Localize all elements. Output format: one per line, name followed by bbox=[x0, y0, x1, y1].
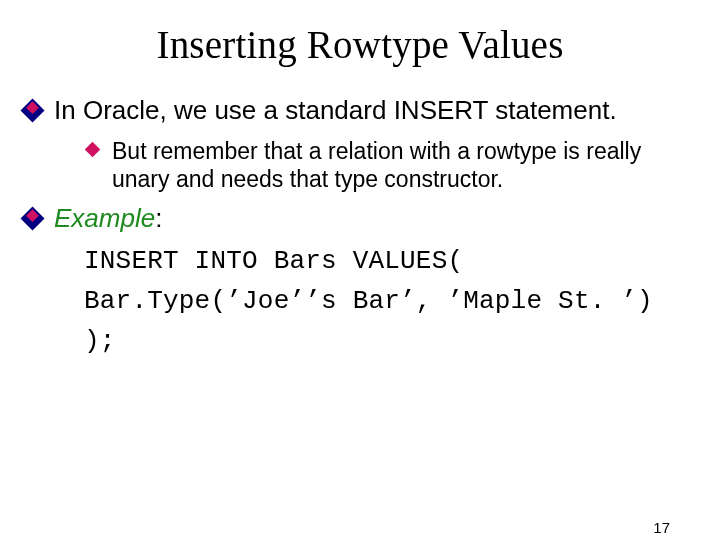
page-number: 17 bbox=[653, 519, 670, 536]
slide: Inserting Rowtype Values In Oracle, we u… bbox=[0, 22, 720, 540]
sub-bullet-list: But remember that a relation with a rowt… bbox=[84, 137, 696, 193]
diamond-bullet-icon bbox=[20, 206, 44, 230]
sub-bullet-item: But remember that a relation with a rowt… bbox=[84, 137, 696, 193]
code-block: INSERT INTO Bars VALUES( Bar.Type(’Joe’’… bbox=[84, 241, 696, 362]
small-diamond-bullet-icon bbox=[85, 141, 101, 157]
bullet-list: In Oracle, we use a standard INSERT stat… bbox=[24, 95, 696, 361]
bullet-item-1: In Oracle, we use a standard INSERT stat… bbox=[24, 95, 696, 193]
slide-body: In Oracle, we use a standard INSERT stat… bbox=[0, 95, 720, 361]
diamond-bullet-icon bbox=[20, 98, 44, 122]
slide-title: Inserting Rowtype Values bbox=[0, 22, 720, 67]
code-line-2: Bar.Type(’Joe’’s Bar’, ’Maple St. ’) bbox=[84, 286, 653, 316]
code-line-1: INSERT INTO Bars VALUES( bbox=[84, 246, 463, 276]
bullet-item-example: Example: INSERT INTO Bars VALUES( Bar.Ty… bbox=[24, 203, 696, 362]
example-colon: : bbox=[155, 203, 162, 233]
example-label: Example bbox=[54, 203, 155, 233]
code-line-3: ); bbox=[84, 326, 116, 356]
bullet-text: In Oracle, we use a standard INSERT stat… bbox=[54, 95, 617, 125]
sub-bullet-text: But remember that a relation with a rowt… bbox=[112, 138, 641, 192]
